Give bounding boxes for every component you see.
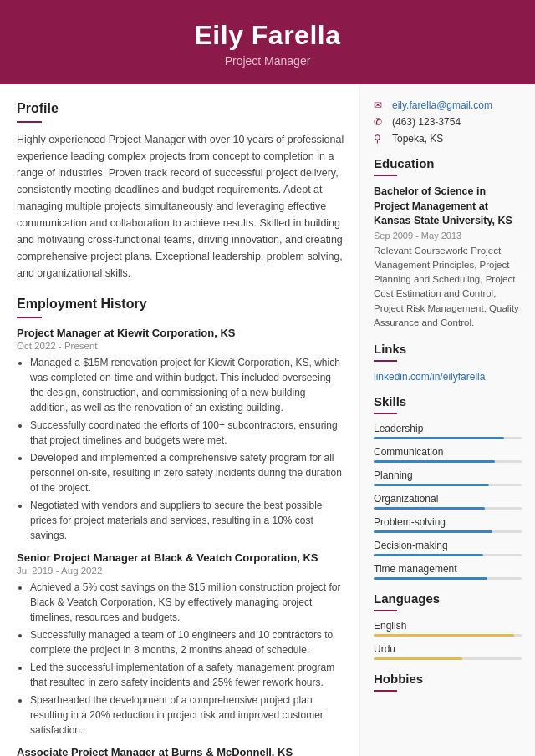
employment-section: Employment History Project Manager at Ki… xyxy=(17,297,344,756)
job-2-title: Senior Project Manager at Black & Veatch… xyxy=(17,551,344,564)
contact-location: ⚲ Topeka, KS xyxy=(374,133,522,145)
skill-bar-fill xyxy=(374,554,483,556)
skills-list: Leadership Communication Planning Organi… xyxy=(374,423,522,580)
contact-section: ✉ eily.farella@gmail.com ✆ (463) 123-375… xyxy=(374,99,522,145)
skill-bar-bg xyxy=(374,437,522,439)
skills-heading: Skills xyxy=(374,394,522,408)
skills-divider xyxy=(374,413,397,414)
lang-bar-bg xyxy=(374,634,522,637)
hobbies-section: Hobbies xyxy=(374,672,522,692)
edu-dates: Sep 2009 - May 2013 xyxy=(374,231,522,241)
education-heading: Education xyxy=(374,156,522,170)
skill-name: Planning xyxy=(374,469,522,481)
list-item: Spearheaded the development of a compreh… xyxy=(30,693,344,738)
job-3-title: Associate Project Manager at Burns & McD… xyxy=(17,746,344,756)
resume-page: Eily Farella Project Manager Profile Hig… xyxy=(0,0,535,756)
list-item: Managed a $15M renovation project for Ki… xyxy=(30,355,344,415)
location-icon: ⚲ xyxy=(374,133,387,145)
phone-text: (463) 123-3754 xyxy=(392,116,461,128)
phone-icon: ✆ xyxy=(374,116,387,128)
job-3: Associate Project Manager at Burns & McD… xyxy=(17,746,344,756)
job-1-dates: Oct 2022 - Present xyxy=(17,341,344,351)
job-2-dates: Jul 2019 - Aug 2022 xyxy=(17,566,344,576)
skill-name: Leadership xyxy=(374,423,522,434)
list-item: Achieved a 5% cost savings on the $15 mi… xyxy=(30,580,344,625)
skill-bar-fill xyxy=(374,507,485,510)
email-icon: ✉ xyxy=(374,99,387,111)
skill-item: Organizational xyxy=(374,493,522,510)
skill-name: Decision-making xyxy=(374,540,522,551)
skill-bar-fill xyxy=(374,577,487,580)
skill-bar-fill xyxy=(374,437,504,439)
contact-email: ✉ eily.farella@gmail.com xyxy=(374,99,522,111)
skill-item: Leadership xyxy=(374,423,522,439)
lang-name: Urdu xyxy=(374,643,522,655)
right-column: ✉ eily.farella@gmail.com ✆ (463) 123-375… xyxy=(359,84,535,756)
email-link[interactable]: eily.farella@gmail.com xyxy=(392,99,492,111)
skill-bar-bg xyxy=(374,530,522,533)
links-section: Links linkedin.com/in/eilyfarella xyxy=(374,342,522,383)
list-item: Successfully managed a team of 10 engine… xyxy=(30,627,344,657)
employment-heading: Employment History xyxy=(17,297,344,312)
linkedin-link[interactable]: linkedin.com/in/eilyfarella xyxy=(374,371,485,383)
skill-name: Time management xyxy=(374,563,522,575)
lang-bar-fill xyxy=(374,657,462,660)
list-item: Successfully coordinated the efforts of … xyxy=(30,418,344,448)
skill-bar-bg xyxy=(374,554,522,556)
language-item: Urdu xyxy=(374,643,522,660)
hobbies-divider xyxy=(374,690,397,692)
contact-phone: ✆ (463) 123-3754 xyxy=(374,116,522,128)
links-heading: Links xyxy=(374,342,522,356)
skill-bar-bg xyxy=(374,460,522,463)
job-1-bullets: Managed a $15M renovation project for Ki… xyxy=(17,355,344,543)
profile-divider xyxy=(17,121,42,123)
candidate-title: Project Manager xyxy=(17,54,518,68)
body-layout: Profile Highly experienced Project Manag… xyxy=(0,84,535,756)
profile-text: Highly experienced Project Manager with … xyxy=(17,131,344,282)
hobbies-heading: Hobbies xyxy=(374,672,522,686)
languages-list: English Urdu xyxy=(374,620,522,660)
skill-item: Planning xyxy=(374,469,522,486)
skill-item: Decision-making xyxy=(374,540,522,556)
skill-bar-bg xyxy=(374,577,522,580)
candidate-name: Eily Farella xyxy=(17,20,518,51)
job-1-title: Project Manager at Kiewit Corporation, K… xyxy=(17,327,344,339)
employment-divider xyxy=(17,317,42,318)
education-divider xyxy=(374,175,397,176)
links-divider xyxy=(374,360,397,362)
profile-heading: Profile xyxy=(17,101,344,116)
skill-bar-fill xyxy=(374,530,492,533)
skill-bar-bg xyxy=(374,484,522,486)
lang-bar-fill xyxy=(374,634,514,637)
languages-section: Languages English Urdu xyxy=(374,591,522,660)
skill-bar-fill xyxy=(374,484,489,486)
skill-name: Problem-solving xyxy=(374,516,522,528)
profile-section: Profile Highly experienced Project Manag… xyxy=(17,101,344,282)
skill-bar-fill xyxy=(374,460,495,463)
lang-bar-bg xyxy=(374,657,522,660)
list-item: Developed and implemented a comprehensiv… xyxy=(30,450,344,495)
lang-name: English xyxy=(374,620,522,632)
list-item: Led the successful implementation of a s… xyxy=(30,660,344,690)
edu-coursework: Relevant Coursework: Project Management … xyxy=(374,244,522,331)
skill-item: Problem-solving xyxy=(374,516,522,533)
skill-bar-bg xyxy=(374,507,522,510)
job-2: Senior Project Manager at Black & Veatch… xyxy=(17,551,344,738)
job-2-bullets: Achieved a 5% cost savings on the $15 mi… xyxy=(17,580,344,738)
left-column: Profile Highly experienced Project Manag… xyxy=(0,84,359,756)
languages-divider xyxy=(374,610,397,611)
location-text: Topeka, KS xyxy=(392,133,443,145)
header-section: Eily Farella Project Manager xyxy=(0,0,535,84)
skill-name: Communication xyxy=(374,446,522,458)
skill-item: Time management xyxy=(374,563,522,580)
skill-name: Organizational xyxy=(374,493,522,505)
education-section: Education Bachelor of Science in Project… xyxy=(374,156,522,330)
job-1: Project Manager at Kiewit Corporation, K… xyxy=(17,327,344,543)
skill-item: Communication xyxy=(374,446,522,463)
language-item: English xyxy=(374,620,522,637)
skills-section: Skills Leadership Communication Planning… xyxy=(374,394,522,580)
edu-degree: Bachelor of Science in Project Managemen… xyxy=(374,185,522,229)
list-item: Negotiated with vendors and suppliers to… xyxy=(30,498,344,543)
languages-heading: Languages xyxy=(374,591,522,606)
